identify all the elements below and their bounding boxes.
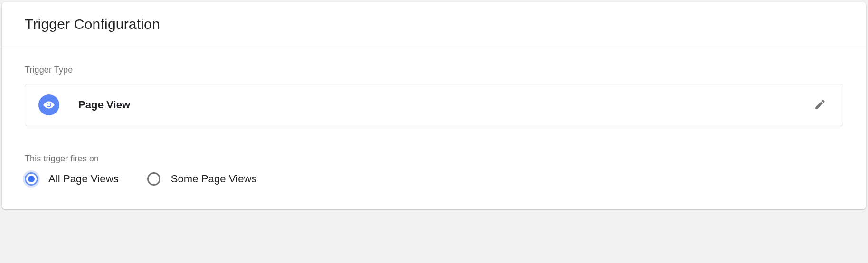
trigger-configuration-card: Trigger Configuration Trigger Type Page …: [2, 2, 866, 209]
radio-option-all-page-views[interactable]: All Page Views: [25, 172, 119, 186]
trigger-type-selector[interactable]: Page View: [25, 84, 843, 126]
pencil-icon: [814, 98, 826, 112]
radio-option-some-page-views[interactable]: Some Page Views: [147, 172, 257, 186]
page-title: Trigger Configuration: [25, 16, 843, 32]
radio-icon: [25, 172, 38, 186]
trigger-type-label: Trigger Type: [25, 65, 843, 75]
card-body: Trigger Type Page View This trigger fire…: [2, 46, 866, 209]
edit-trigger-type-button[interactable]: [811, 95, 830, 114]
radio-label: All Page Views: [48, 173, 119, 185]
eye-icon: [38, 94, 59, 115]
radio-icon: [147, 172, 160, 186]
trigger-type-value: Page View: [78, 99, 130, 111]
radio-label: Some Page Views: [171, 173, 257, 185]
card-header: Trigger Configuration: [2, 2, 866, 46]
fires-on-label: This trigger fires on: [25, 154, 843, 164]
fires-on-radio-group: All Page Views Some Page Views: [25, 172, 843, 186]
